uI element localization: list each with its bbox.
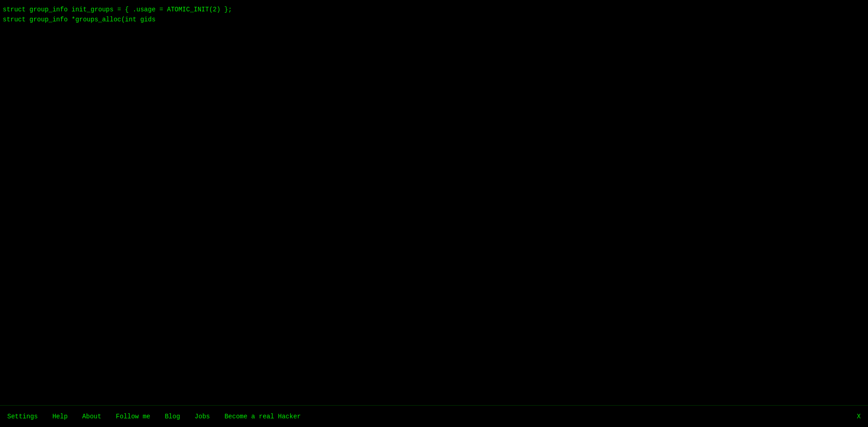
footer-link-blog[interactable]: Blog <box>165 413 180 420</box>
footer-link-about[interactable]: About <box>82 413 101 420</box>
footer-close-button[interactable]: X <box>857 413 861 420</box>
code-line: struct group_info init_groups = { .usage… <box>3 5 865 15</box>
code-area: struct group_info init_groups = { .usage… <box>0 0 868 405</box>
code-line: struct group_info *groups_alloc(int gids <box>3 15 865 25</box>
footer-link-follow-me[interactable]: Follow me <box>116 413 151 420</box>
footer-link-help[interactable]: Help <box>52 413 68 420</box>
footer: SettingsHelpAboutFollow meBlogJobsBecome… <box>0 405 868 427</box>
footer-link-become-hacker[interactable]: Become a real Hacker <box>225 413 301 420</box>
footer-link-jobs[interactable]: Jobs <box>195 413 210 420</box>
footer-link-settings[interactable]: Settings <box>7 413 38 420</box>
